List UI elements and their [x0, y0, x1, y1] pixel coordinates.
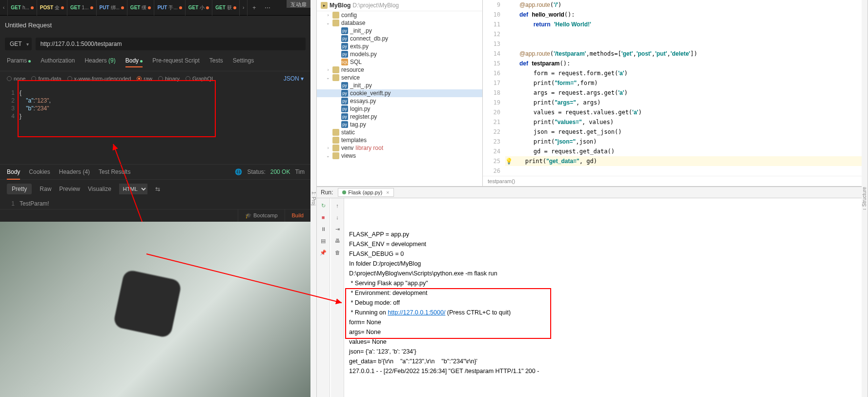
- method-select[interactable]: GET: [5, 38, 32, 50]
- body-editor[interactable]: 1234 { "a":"123", "b":"234" }: [0, 86, 310, 125]
- tree-file[interactable]: pyregister.py: [317, 113, 482, 121]
- python-icon: py: [341, 90, 348, 97]
- folder-icon: [332, 66, 339, 73]
- tree-file[interactable]: py_init_.py: [317, 27, 482, 35]
- tab-prerequest[interactable]: Pre-request Script: [152, 57, 200, 67]
- run-label: Run:: [321, 189, 333, 196]
- folder-icon: [332, 137, 339, 144]
- sql-icon: SQL: [341, 59, 348, 65]
- globe-icon[interactable]: 🌐: [235, 168, 242, 175]
- nav-fwd-icon[interactable]: ›: [240, 0, 248, 16]
- tree-file[interactable]: pytag.py: [317, 121, 482, 128]
- view-raw[interactable]: Raw: [40, 186, 51, 192]
- tab-tests[interactable]: Tests: [209, 57, 223, 67]
- tree-service[interactable]: ⌄service: [317, 74, 482, 82]
- tree-file[interactable]: pylogin.py: [317, 105, 482, 113]
- request-tab[interactable]: GET小: [186, 0, 213, 16]
- tree-templates[interactable]: templates: [317, 136, 482, 144]
- tab-authorization[interactable]: Authorization: [41, 57, 75, 67]
- status-label: Status:: [247, 168, 265, 175]
- view-pretty[interactable]: Pretty: [7, 184, 32, 194]
- footer-build[interactable]: Build: [285, 209, 310, 222]
- url-input[interactable]: http://127.0.0.1:5000/testparam: [36, 38, 306, 50]
- request-tab-bar: ‹ GETh...POST全GET1...PUT绑...GET缓PUT手...G…: [0, 0, 310, 16]
- request-tab[interactable]: GETh...: [8, 0, 37, 16]
- postman-panel: 互动扉 ‹ GETh...POST全GET1...PUT绑...GET缓PUT手…: [0, 0, 310, 397]
- radio-urlencoded[interactable]: x-www-form-urlencoded: [67, 76, 131, 82]
- tab-more-icon[interactable]: ⋯: [261, 4, 274, 11]
- body-type-row: none form-data x-www-form-urlencoded raw…: [0, 71, 310, 86]
- wrap-icon[interactable]: ⇆: [155, 186, 160, 192]
- trash-icon[interactable]: 🗑: [333, 248, 342, 257]
- tree-venv[interactable]: ›venv library root: [317, 144, 482, 152]
- python-icon: py: [341, 27, 348, 34]
- ide-structure-gutter[interactable]: ↕ Structure: [862, 0, 868, 397]
- background-image: [0, 222, 310, 397]
- editor-breadcrumb[interactable]: testparam(): [483, 176, 862, 186]
- tree-file[interactable]: py_init_.py: [317, 82, 482, 89]
- response-body: 1 TestParam!: [0, 198, 310, 209]
- resp-tab-cookies[interactable]: Cookies: [29, 168, 50, 175]
- nav-back-icon[interactable]: ‹: [0, 0, 8, 16]
- view-preview[interactable]: Preview: [59, 186, 80, 192]
- request-tab[interactable]: PUT绑...: [97, 0, 127, 16]
- tree-file[interactable]: pyexts.py: [317, 42, 482, 50]
- resp-tab-testresults[interactable]: Test Results: [99, 168, 130, 175]
- footer-bootcamp[interactable]: 🎓 Bootcamp: [238, 209, 285, 222]
- tab-headers[interactable]: Headers (9): [84, 57, 115, 67]
- tree-file[interactable]: pymodels.py: [317, 50, 482, 58]
- request-tab[interactable]: PUT手...: [154, 0, 185, 16]
- request-tab[interactable]: GET1...: [67, 0, 96, 16]
- stop-icon[interactable]: ■: [319, 213, 328, 222]
- export-icon[interactable]: ⇥: [333, 225, 342, 233]
- view-format-select[interactable]: HTML: [119, 184, 147, 194]
- tree-static[interactable]: static: [317, 128, 482, 136]
- pause-icon[interactable]: ⏸: [319, 225, 328, 233]
- project-tree: ▸ MyBlog D:\project\MyBlog ›config ⌄data…: [317, 0, 483, 186]
- layout-icon[interactable]: ▤: [319, 236, 328, 245]
- request-tab[interactable]: GET获: [212, 0, 240, 16]
- project-root[interactable]: ▸ MyBlog D:\project\MyBlog: [317, 0, 482, 11]
- radio-raw[interactable]: raw: [137, 76, 152, 82]
- folder-icon: [332, 20, 339, 26]
- resp-tab-headers[interactable]: Headers (4): [59, 168, 90, 175]
- tree-file[interactable]: SQLSQL: [317, 58, 482, 66]
- view-visualize[interactable]: Visualize: [88, 186, 111, 192]
- add-tab-button[interactable]: +: [248, 4, 261, 11]
- up-icon[interactable]: ↑: [333, 201, 342, 210]
- time-label: Tim: [295, 168, 305, 175]
- tree-resource[interactable]: ›resource: [317, 66, 482, 74]
- tree-file[interactable]: pyessays.py: [317, 97, 482, 105]
- python-icon: py: [341, 105, 348, 112]
- tree-views[interactable]: ⌄views: [317, 152, 482, 160]
- tree-database[interactable]: ⌄database: [317, 19, 482, 27]
- rerun-icon[interactable]: ↻: [319, 201, 328, 210]
- tab-settings[interactable]: Settings: [233, 57, 254, 67]
- resp-tab-body[interactable]: Body: [7, 168, 20, 175]
- run-config-tab[interactable]: Flask (app.py)×: [338, 188, 393, 197]
- radio-binary[interactable]: binary: [158, 76, 180, 82]
- response-tabs: Body Cookies Headers (4) Test Results 🌐 …: [0, 164, 310, 180]
- folder-icon: [332, 12, 339, 19]
- print-icon[interactable]: 🖶: [333, 236, 342, 245]
- folder-icon: [332, 152, 339, 159]
- tab-body[interactable]: Body: [125, 57, 143, 67]
- radio-none[interactable]: none: [7, 76, 25, 82]
- code-editor[interactable]: 9 @app.route('/')10 def hello_world():11…: [483, 0, 862, 186]
- down-icon[interactable]: ↓: [333, 213, 342, 222]
- run-console[interactable]: FLASK_APP = app.pyFLASK_ENV = developmen…: [344, 198, 862, 397]
- folder-icon: ▸: [321, 2, 328, 9]
- tree-config[interactable]: ›config: [317, 11, 482, 19]
- radio-formdata[interactable]: form-data: [31, 76, 61, 82]
- request-tab[interactable]: GET缓: [127, 0, 155, 16]
- pin-icon[interactable]: 📌: [319, 248, 328, 257]
- tab-params[interactable]: Params: [7, 57, 31, 67]
- run-panel: Run: Flask (app.py)× ↻ ■ ⏸ ▤ 📌 ↑ ↓ ⇥: [317, 187, 862, 397]
- tree-file[interactable]: pyconnect_db.py: [317, 35, 482, 42]
- folder-icon: [332, 145, 339, 151]
- tree-file-selected[interactable]: pycookie_verift.py: [317, 89, 482, 97]
- ide-left-gutter[interactable]: 1: Proj: [310, 0, 317, 397]
- request-tab[interactable]: POST全: [37, 0, 67, 16]
- radio-graphql[interactable]: GraphQL: [186, 76, 214, 82]
- body-format-select[interactable]: JSON ▾: [284, 75, 304, 82]
